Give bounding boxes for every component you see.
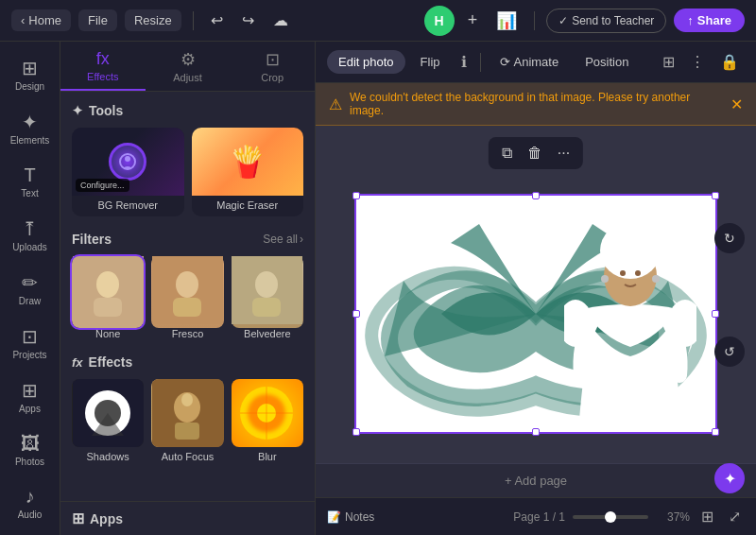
canvas-image-container[interactable] [354,194,717,434]
canvas-workspace[interactable]: ⧉ 🗑 ··· [316,126,756,463]
tab-effects[interactable]: fx Effects [60,42,146,91]
sparkle-icon: ✦ [72,103,83,118]
sidebar-item-audio[interactable]: ♪ Audio [4,478,57,527]
effect-shadows[interactable]: Shadows [72,379,144,462]
svg-point-28 [635,270,641,276]
sidebar-item-design[interactable]: ⊞ Design [4,49,57,99]
apps-section[interactable]: ⊞ Apps [60,501,315,535]
flip-tab[interactable]: Flip [409,50,452,74]
svg-point-27 [620,270,626,276]
svg-rect-16 [175,423,199,440]
handle-bot-left[interactable] [352,428,360,436]
expand-button[interactable]: ⤢ [725,506,745,527]
back-button[interactable]: ‹ Home [11,9,71,31]
magic-eraser-thumbnail: 🍟 [192,128,304,196]
filter-none-label: None [72,328,144,339]
svg-point-17 [181,393,193,406]
grid-icon[interactable]: ⊞ [657,49,680,75]
check-circle-icon: ✓ [558,14,568,27]
svg-point-26 [611,237,649,271]
magic-button[interactable]: ✦ [714,463,745,493]
alert-close-button[interactable]: ✕ [730,95,743,113]
edit-photo-tab[interactable]: Edit photo [327,50,405,74]
effect-autofocus-label: Auto Focus [151,451,223,462]
chevron-right-icon: › [300,233,303,246]
apps-icon: ⊞ [22,379,38,402]
effect-shadows-thumbnail [72,379,144,447]
apps-grid-icon: ⊞ [72,509,84,527]
panel-content: ✦ Tools Configu [60,92,315,501]
sidebar-item-draw[interactable]: ✏ Draw [4,264,57,314]
sidebar-item-text[interactable]: T Text [4,157,57,206]
panel-tabs: fx Effects ⚙ Adjust ⊡ Crop [60,42,315,92]
tool-card-bg-remover[interactable]: Configure... BG Remover [72,128,184,216]
elements-icon: ✦ [22,111,38,133]
grid-view-button[interactable]: ⊞ [697,506,717,527]
refresh-button[interactable]: ↺ [714,337,745,367]
adjust-tab-icon: ⚙ [180,49,196,70]
handle-top-right[interactable] [712,192,719,199]
see-all-button[interactable]: See all › [263,233,303,246]
send-to-teacher-button[interactable]: ✓ Send to Teacher [546,9,666,33]
delete-button[interactable]: 🗑 [522,141,548,165]
filter-fresco[interactable]: Fresco [151,256,223,339]
svg-point-30 [652,275,660,283]
handle-top-left[interactable] [352,192,360,199]
sidebar-item-elements[interactable]: ✦ Elements [4,103,57,153]
cloud-icon[interactable]: ☁ [267,8,294,33]
more-button[interactable]: ··· [552,141,576,165]
tab-crop[interactable]: ⊡ Crop [230,42,315,91]
add-page-bar[interactable]: + Add page [316,463,756,497]
resize-button[interactable]: Resize [125,9,181,31]
filters-grid: None Fresco [72,256,303,339]
effect-auto-focus[interactable]: Auto Focus [151,379,223,462]
share-button[interactable]: ↑ Share [674,9,745,32]
effect-shadows-label: Shadows [72,451,144,462]
canvas-image [356,196,715,432]
redo-button[interactable]: ↪ [236,8,260,33]
svg-point-3 [96,271,119,298]
divider [193,11,194,30]
duplicate-button[interactable]: ⧉ [496,141,518,165]
animate-tab[interactable]: ⟳ Animate [489,50,571,74]
info-icon[interactable]: ℹ [455,49,472,75]
rotate-button[interactable]: ↻ [714,223,745,253]
plus-button[interactable]: + [462,7,484,34]
sidebar-item-projects[interactable]: ⊡ Projects [4,318,57,368]
notes-button[interactable]: 📝 Notes [327,510,374,524]
position-tab[interactable]: Position [574,50,640,74]
sidebar-item-photos[interactable]: 🖼 Photos [4,425,57,475]
warning-icon: ⚠ [329,95,342,113]
page-info: Page 1 / 1 [513,510,565,524]
notes-icon: 📝 [327,510,341,524]
undo-button[interactable]: ↩ [205,8,229,33]
chevron-left-icon: ‹ [21,13,25,27]
svg-rect-10 [252,298,281,317]
tool-card-magic-eraser[interactable]: 🍟 Magic Eraser [192,128,304,216]
effect-blur-thumbnail [232,379,303,447]
chart-icon[interactable]: 📊 [490,7,523,35]
page-slider-thumb [605,511,616,523]
effect-blur[interactable]: Blur [232,379,303,462]
handle-mid-left[interactable] [352,310,360,318]
panel: fx Effects ⚙ Adjust ⊡ Crop ✦ Tools [60,42,316,535]
bg-remover-thumbnail: Configure... [72,128,184,196]
page-slider[interactable] [573,515,648,519]
sidebar-item-apps[interactable]: ⊞ Apps [4,371,57,422]
more-options-icon[interactable]: ⋮ [684,49,711,75]
tab-adjust[interactable]: ⚙ Adjust [146,42,231,91]
file-button[interactable]: File [78,9,117,31]
projects-icon: ⊡ [22,325,38,348]
handle-top-mid[interactable] [532,192,540,199]
handle-bot-mid[interactable] [532,428,540,436]
canvas-float-toolbar: ⧉ 🗑 ··· [489,137,583,169]
handle-bot-right[interactable] [712,428,719,436]
filter-belvedere[interactable]: Belvedere [232,256,303,339]
canvas-right-icons: ↻ ↺ [714,223,745,367]
filter-none[interactable]: None [72,256,144,339]
sidebar-item-uploads[interactable]: ⤒ Uploads [4,210,57,260]
svg-rect-7 [173,298,201,317]
effects-tab-icon: fx [96,49,110,69]
filter-belvedere-label: Belvedere [232,328,303,339]
lock-icon[interactable]: 🔒 [714,49,745,75]
